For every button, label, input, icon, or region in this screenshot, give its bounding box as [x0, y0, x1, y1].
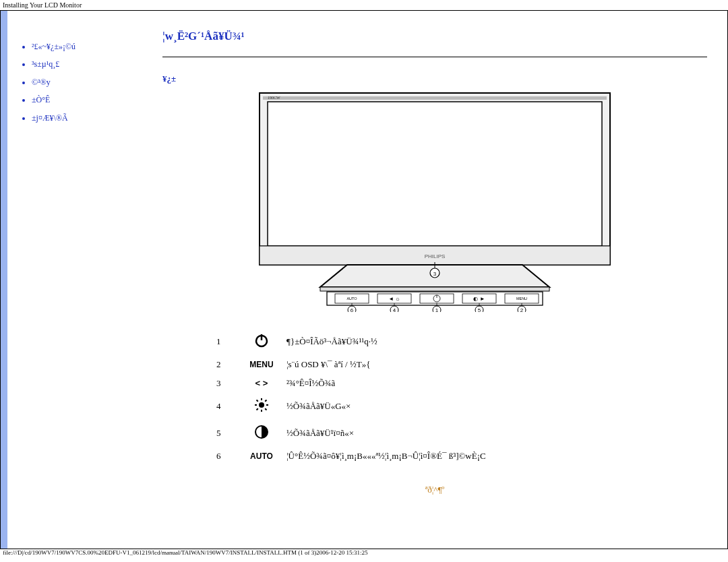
- svg-line-49: [265, 400, 266, 402]
- svg-text:AUTO: AUTO: [346, 296, 357, 301]
- section-heading: ¥¿­±: [162, 73, 707, 84]
- legend-num: 3: [216, 374, 245, 393]
- table-row: 5 ½Õ¾ãÅã¥Ü¹ï¤ñ«×: [216, 420, 494, 447]
- brightness-icon: [245, 393, 286, 420]
- legend-desc: ¦Û°Ê½Õ¾ã¤ô¥­¦ì¸m¡B«««ª½¦ì¸m¡B¬Û¦ì¤Î®É¯ ß…: [286, 447, 494, 466]
- svg-rect-8: [320, 287, 549, 291]
- legend-num: 2: [216, 355, 245, 374]
- svg-text:◐ ►: ◐ ►: [473, 296, 485, 302]
- divider: [162, 57, 707, 57]
- svg-line-48: [257, 408, 258, 410]
- legend-num: 5: [216, 420, 245, 447]
- menu-icon: MENU: [245, 355, 286, 374]
- legend-desc: ½Õ¾ãÅã¥Ü«G«×: [286, 393, 494, 420]
- sidebar-item[interactable]: ²£«~¥¿­±»¡©ú: [32, 38, 149, 55]
- table-row: 6 AUTO ¦Û°Ê½Õ¾ã¤ô¥­¦ì¸m¡B«««ª½¦ì¸m¡B¬Û¦ì…: [216, 447, 494, 466]
- window-title: Installing Your LCD Monitor: [0, 0, 728, 10]
- svg-text:2: 2: [520, 307, 524, 312]
- back-to-top[interactable]: ªð¦^­¶­º: [162, 485, 707, 495]
- power-icon: [245, 328, 286, 355]
- footer-path: file:///D|/cd/190WV7/190WV7CS.00%20EDFU-…: [0, 549, 728, 556]
- sidebar-item[interactable]: ©³®y: [32, 73, 149, 91]
- svg-text:4: 4: [393, 307, 396, 312]
- sidebar-link[interactable]: ³s±µ¹q¸£: [32, 59, 59, 69]
- legend-desc: ¶}±Ò¤ÎÃö³¬Åã¥Ü¾¹¹q·½: [286, 328, 494, 355]
- svg-text:MENU: MENU: [516, 296, 527, 301]
- contrast-icon: [245, 420, 286, 447]
- back-to-top-link[interactable]: ªð¦^­¶­º: [425, 485, 445, 495]
- sidebar-item[interactable]: ±Ò°Ê: [32, 91, 149, 108]
- sidebar-item[interactable]: ³s±µ¹q¸£: [32, 55, 149, 73]
- svg-text:6: 6: [351, 307, 354, 312]
- button-legend-table: 1 ¶}±Ò¤ÎÃö³¬Åã¥Ü¾¹¹q·½ 2 MENU ¦s¨ú OSD ¥…: [216, 328, 494, 466]
- sidebar-link[interactable]: ±j¤Æ¥\®Ã: [32, 113, 68, 123]
- table-row: 2 MENU ¦s¨ú OSD ¥\¯ àªí / ½T»{: [216, 355, 494, 374]
- legend-desc: ¦s¨ú OSD ¥\¯ àªí / ½T»{: [286, 355, 494, 374]
- legend-num: 4: [216, 393, 245, 420]
- auto-icon: AUTO: [245, 447, 286, 466]
- table-row: 4 ½Õ¾ãÅã¥Ü«G«×: [216, 393, 494, 420]
- legend-num: 1: [216, 328, 245, 355]
- svg-line-47: [265, 408, 266, 410]
- page-title: ¦w¸Ë²G´¹Åã¥Ü¾¹: [162, 30, 707, 43]
- legend-desc: ²¾°Ê¤Î½Õ¾ã: [286, 374, 494, 393]
- main-content: ¦w¸Ë²G´¹Åã¥Ü¾¹ ¥¿­± 190CW PHILIPS: [156, 11, 727, 549]
- legend-num: 6: [216, 447, 245, 466]
- svg-line-46: [257, 400, 258, 402]
- svg-text:PHILIPS: PHILIPS: [425, 253, 446, 259]
- arrows-icon: < >: [245, 374, 286, 393]
- legend-desc: ½Õ¾ãÅã¥Ü¹ï¤ñ«×: [286, 420, 494, 447]
- sidebar-link[interactable]: ©³®y: [32, 77, 51, 87]
- left-stripe: [1, 11, 7, 549]
- sidebar-link[interactable]: ±Ò°Ê: [32, 95, 50, 104]
- table-row: 1 ¶}±Ò¤ÎÃö³¬Åã¥Ü¾¹¹q·½: [216, 328, 494, 355]
- sidebar-link[interactable]: ²£«~¥¿­±»¡©ú: [32, 42, 75, 51]
- svg-rect-1: [263, 96, 607, 100]
- table-row: 3 < > ²¾°Ê¤Î½Õ¾ã: [216, 374, 494, 393]
- sidebar-item[interactable]: ±j¤Æ¥\®Ã: [32, 109, 149, 127]
- sidebar: ²£«~¥¿­±»¡©ú ³s±µ¹q¸£ ©³®y ±Ò°Ê ±j¤Æ¥\®Ã: [7, 11, 156, 549]
- svg-rect-3: [268, 102, 602, 246]
- svg-text:190CW: 190CW: [268, 96, 280, 100]
- svg-text:3: 3: [433, 271, 437, 277]
- monitor-illustration: 190CW PHILIPS 3: [253, 90, 617, 312]
- svg-text:5: 5: [478, 307, 481, 312]
- page-frame: ²£«~¥¿­±»¡©ú ³s±µ¹q¸£ ©³®y ±Ò°Ê ±j¤Æ¥\®Ã…: [0, 10, 728, 549]
- svg-text:1: 1: [435, 307, 439, 312]
- svg-point-41: [259, 402, 264, 408]
- svg-text:◄ ☼: ◄ ☼: [388, 296, 400, 302]
